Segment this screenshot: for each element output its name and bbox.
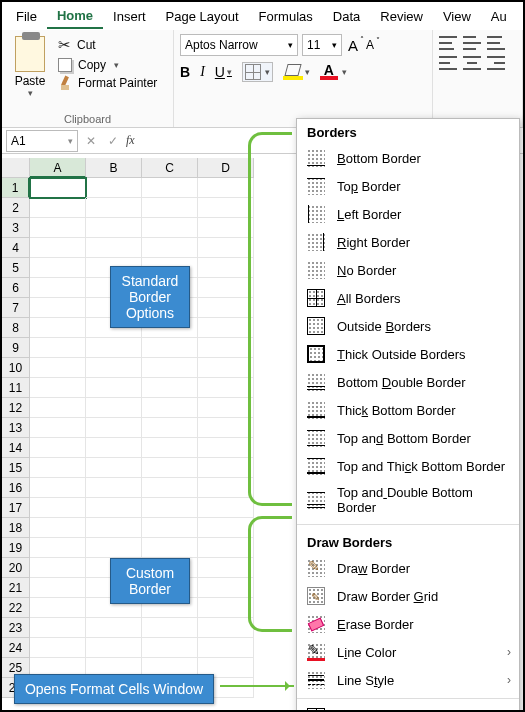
cell[interactable] [30,358,86,378]
row-header[interactable]: 13 [2,418,30,438]
border-option-thick-bottom-border[interactable]: Thick Bottom Border [297,396,519,424]
cell[interactable] [86,458,142,478]
cell[interactable] [86,238,142,258]
cell[interactable] [142,638,198,658]
align-top-button[interactable] [439,36,457,50]
cell[interactable] [198,378,254,398]
copy-button[interactable]: Copy ▾ [58,58,157,72]
row-header[interactable]: 24 [2,638,30,658]
border-option-erase-border[interactable]: Erase Border [297,610,519,638]
font-color-button[interactable]: A ▾ [320,64,347,80]
cell[interactable] [86,478,142,498]
cell[interactable] [30,458,86,478]
chevron-down-icon[interactable]: ▾ [114,60,119,70]
border-option-draw-border-grid[interactable]: Draw Border Grid [297,582,519,610]
cell[interactable] [142,478,198,498]
cell[interactable] [198,638,254,658]
border-option-no-border[interactable]: No Border [297,256,519,284]
column-header[interactable]: B [86,158,142,178]
border-option-top-and-bottom-border[interactable]: Top and Bottom Border [297,424,519,452]
cell[interactable] [30,478,86,498]
cell[interactable] [30,598,86,618]
row-header[interactable]: 18 [2,518,30,538]
cell[interactable] [142,218,198,238]
cell[interactable] [30,638,86,658]
cell[interactable] [86,618,142,638]
cell[interactable] [198,218,254,238]
select-all-corner[interactable] [2,158,30,178]
cell[interactable] [198,238,254,258]
cell[interactable] [198,618,254,638]
row-header[interactable]: 1 [2,178,30,198]
enter-formula-button[interactable]: ✓ [104,134,122,148]
menu-home[interactable]: Home [47,4,103,29]
row-header[interactable]: 8 [2,318,30,338]
cell[interactable] [142,618,198,638]
align-middle-button[interactable] [463,36,481,50]
cell[interactable] [198,318,254,338]
cell[interactable] [30,498,86,518]
align-right-button[interactable] [487,56,505,70]
row-header[interactable]: 16 [2,478,30,498]
border-option-right-border[interactable]: Right Border [297,228,519,256]
cell[interactable] [30,198,86,218]
border-option-top-and-thick-bottom-border[interactable]: Top and Thick Bottom Border [297,452,519,480]
row-header[interactable]: 2 [2,198,30,218]
cell[interactable] [30,378,86,398]
row-header[interactable]: 23 [2,618,30,638]
cell[interactable] [86,338,142,358]
border-option-line-color[interactable]: Line Color› [297,638,519,666]
cell[interactable] [142,358,198,378]
cell[interactable] [198,398,254,418]
cell[interactable] [30,298,86,318]
row-header[interactable]: 6 [2,278,30,298]
bold-button[interactable]: B [180,64,190,80]
cell[interactable] [86,358,142,378]
cell[interactable] [30,338,86,358]
cell[interactable] [142,238,198,258]
cell[interactable] [198,178,254,198]
cell[interactable] [30,558,86,578]
cell[interactable] [30,438,86,458]
cell[interactable] [30,538,86,558]
row-header[interactable]: 17 [2,498,30,518]
cell[interactable] [86,418,142,438]
border-option-draw-border[interactable]: Draw Border [297,554,519,582]
cell[interactable] [86,438,142,458]
cell[interactable] [30,318,86,338]
align-center-button[interactable] [463,56,481,70]
cell[interactable] [86,178,142,198]
column-header[interactable]: C [142,158,198,178]
cell[interactable] [142,458,198,478]
cell[interactable] [30,578,86,598]
fill-color-button[interactable]: ▾ [283,64,310,80]
name-box[interactable]: A1 ▾ [6,130,78,152]
row-header[interactable]: 19 [2,538,30,558]
font-size-select[interactable]: 11▾ [302,34,342,56]
cell[interactable] [142,438,198,458]
cell[interactable] [142,398,198,418]
row-header[interactable]: 12 [2,398,30,418]
row-header[interactable]: 5 [2,258,30,278]
cell[interactable] [30,618,86,638]
border-option-more-borders[interactable]: More Borders... [297,703,519,712]
cell[interactable] [142,178,198,198]
cell[interactable] [86,198,142,218]
row-header[interactable]: 4 [2,238,30,258]
cell[interactable] [198,258,254,278]
cell[interactable] [142,338,198,358]
fx-button[interactable]: fx [126,133,135,148]
cell[interactable] [30,418,86,438]
cell[interactable] [30,518,86,538]
border-option-line-style[interactable]: Line Style› [297,666,519,694]
cell[interactable] [142,518,198,538]
menu-au[interactable]: Au [481,5,517,28]
menu-data[interactable]: Data [323,5,370,28]
row-header[interactable]: 11 [2,378,30,398]
menu-formulas[interactable]: Formulas [249,5,323,28]
cell[interactable] [86,638,142,658]
column-header[interactable]: D [198,158,254,178]
cell[interactable] [198,578,254,598]
cell[interactable] [142,538,198,558]
cell[interactable] [198,338,254,358]
